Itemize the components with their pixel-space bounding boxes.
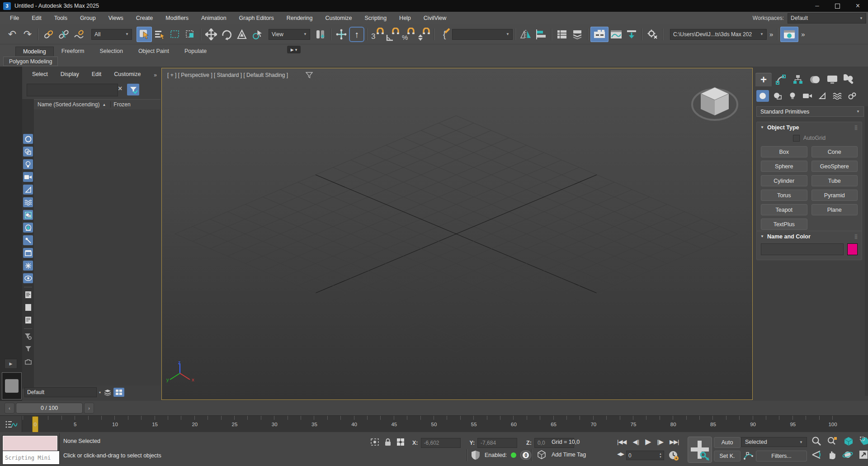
mirror-icon[interactable] (518, 27, 533, 42)
object-type-button[interactable]: Cone (811, 146, 858, 157)
use-pivot-point-center-icon[interactable] (313, 27, 328, 42)
ribbon-tab[interactable]: Selection (92, 46, 130, 56)
sort-by-name-icon[interactable] (23, 290, 33, 300)
object-type-button[interactable]: Torus (761, 190, 807, 201)
select-and-link-icon[interactable] (41, 27, 56, 42)
scene-object-list[interactable] (34, 109, 160, 385)
select-and-move-icon[interactable] (203, 27, 219, 42)
autogrid-checkbox[interactable] (793, 135, 800, 142)
menu-item[interactable]: Rendering (280, 12, 319, 24)
next-frame-button[interactable]: ||▶ (654, 438, 666, 445)
menu-item[interactable]: Help (393, 12, 417, 24)
object-type-button[interactable]: Tube (811, 175, 858, 186)
select-by-name-icon[interactable] (152, 27, 167, 42)
frame-spinner-field[interactable]: 0 / 100 (16, 403, 83, 414)
menu-item[interactable]: Views (102, 12, 130, 24)
rendered-frame-window-button[interactable] (780, 27, 798, 42)
menu-item[interactable]: Modifiers (159, 12, 195, 24)
play-button[interactable]: ▶ (642, 437, 654, 447)
explorer-menu-item[interactable]: Display (61, 71, 79, 77)
key-filter-set-dropdown[interactable]: Selected ▼ (741, 437, 807, 447)
curve-editor-icon[interactable] (609, 27, 624, 42)
blocked-commands-badge[interactable]: 0 (520, 451, 531, 460)
maximize-button[interactable] (827, 0, 848, 12)
rollout-drag-handle[interactable]: ⣿ (854, 234, 858, 239)
isolate-selection-toggle-icon[interactable] (370, 437, 380, 447)
geometry-category-icon[interactable] (756, 90, 769, 102)
set-key-button[interactable]: Set K. (714, 451, 741, 461)
menu-item[interactable]: Customize (319, 12, 358, 24)
go-to-end-button[interactable]: ▶▶| (666, 438, 682, 445)
display-bones-toggle[interactable] (23, 235, 33, 245)
container-filter-icon[interactable] (23, 357, 33, 366)
project-folder-dropdown[interactable]: C:\Users\DevilJ...ts\3ds Max 202 ▼ (670, 29, 767, 40)
helpers-category-icon[interactable] (816, 90, 829, 102)
undo-button[interactable]: ↶ (5, 27, 20, 42)
explorer-search-input[interactable] (27, 84, 118, 96)
menu-item[interactable]: Tools (48, 12, 74, 24)
viewport-layout-tab[interactable] (2, 372, 22, 399)
object-type-button[interactable]: Box (761, 146, 807, 157)
modify-tab[interactable] (773, 73, 789, 86)
object-name-field[interactable] (761, 243, 844, 255)
keyboard-shortcut-override-toggle[interactable]: ↑ (349, 27, 364, 42)
space-warps-category-icon[interactable] (831, 90, 844, 102)
motion-tab[interactable] (807, 73, 823, 86)
select-and-place-icon[interactable] (250, 27, 265, 42)
absolute-relative-coords-icon[interactable] (396, 437, 405, 447)
menu-item[interactable]: File (4, 12, 25, 24)
viewcube[interactable] (690, 82, 740, 124)
rectangular-selection-region-icon[interactable] (167, 27, 183, 42)
add-time-tag-button[interactable]: Add Time Tag (552, 452, 586, 458)
ribbon-tab[interactable]: Object Paint (131, 46, 177, 56)
display-space-warps-toggle[interactable] (23, 197, 33, 207)
ribbon-tab[interactable]: Modeling (15, 47, 54, 56)
workspace-dropdown[interactable]: Default ▼ (788, 13, 866, 24)
explorer-menu-item[interactable]: Edit (92, 71, 102, 77)
object-type-rollout-header[interactable]: ▼ Object Type ⣿ (757, 122, 862, 133)
menu-item[interactable]: Create (130, 12, 160, 24)
menu-item[interactable]: Scripting (358, 12, 393, 24)
display-lights-toggle[interactable] (23, 159, 33, 169)
percent-snap-toggle[interactable]: % (401, 27, 416, 42)
object-type-button[interactable]: Pyramid (811, 190, 858, 201)
maxscript-mini-listener-white[interactable]: Scripting Mini (3, 451, 59, 464)
key-filters-button[interactable]: Filters... (756, 451, 807, 461)
y-coord-field[interactable]: -7,684 (477, 438, 517, 448)
display-containers-toggle[interactable] (23, 248, 33, 258)
reference-coordinate-dropdown[interactable]: View ▼ (269, 29, 310, 40)
go-to-start-button[interactable]: |◀◀ (614, 438, 629, 445)
schematic-view-icon[interactable] (624, 27, 639, 42)
frame-forward-button[interactable]: › (84, 403, 94, 414)
angle-snap-toggle[interactable] (385, 27, 401, 42)
x-coord-field[interactable]: -6,602 (421, 438, 461, 448)
timeline-track[interactable]: 0510152025303540455055606570758085909510… (22, 416, 845, 433)
display-hidden-toggle[interactable] (23, 273, 33, 283)
name-and-color-rollout-header[interactable]: ▼ Name and Color ⣿ (757, 231, 862, 242)
select-and-manipulate-icon[interactable] (334, 27, 349, 42)
menu-item[interactable]: Animation (195, 12, 233, 24)
set-keys-button[interactable] (688, 437, 712, 463)
display-shapes-toggle[interactable] (23, 147, 33, 157)
maxscript-mini-listener-pink[interactable] (3, 436, 57, 451)
display-geometry-toggle[interactable] (23, 134, 33, 144)
utilities-tab[interactable] (841, 73, 858, 86)
ribbon-display-toggle[interactable]: ▶ ▾ (287, 46, 301, 53)
primitive-category-dropdown[interactable]: Standard Primitives ▼ (756, 106, 864, 117)
menu-item[interactable]: Edit (25, 12, 48, 24)
unlink-selection-icon[interactable] (56, 27, 71, 42)
systems-category-icon[interactable] (846, 90, 859, 102)
display-xrefs-toggle[interactable] (23, 223, 33, 233)
toolbar-overflow-chevron-2[interactable]: » (798, 30, 807, 38)
current-frame-field[interactable]: 0 ▲▼ (626, 451, 664, 460)
filter-icon[interactable] (23, 344, 33, 354)
layer-manager-icon[interactable] (103, 388, 112, 397)
list-view-icon[interactable] (23, 315, 33, 325)
blank-filter-icon[interactable] (23, 302, 33, 312)
time-configuration-button[interactable] (668, 450, 679, 463)
toolbar-overflow-chevron[interactable]: » (767, 30, 775, 38)
spinner-up-icon[interactable]: ▲ (659, 452, 662, 456)
lights-category-icon[interactable] (786, 90, 799, 102)
display-cameras-toggle[interactable] (23, 172, 33, 182)
explorer-overflow-chevron[interactable]: » (154, 72, 157, 78)
